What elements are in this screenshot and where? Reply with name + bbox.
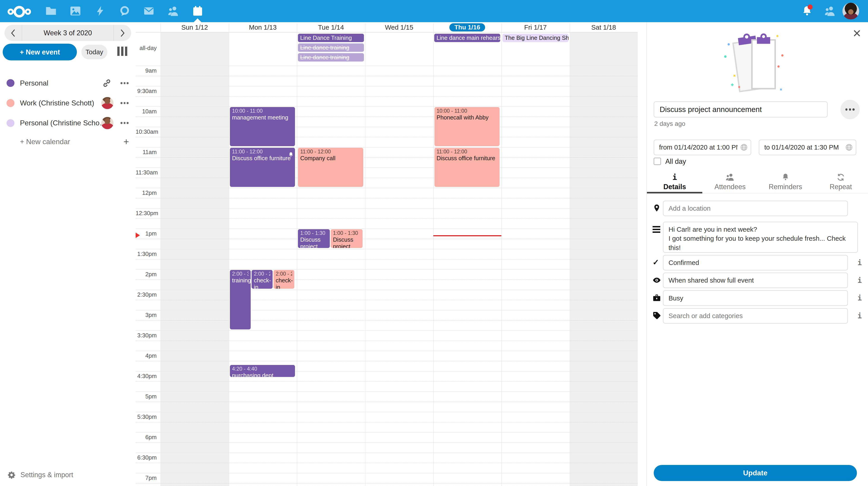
day-header[interactable]: Sun 1/12 [160, 23, 229, 32]
info-icon[interactable]: i [857, 277, 862, 284]
info-icon[interactable]: i [857, 312, 862, 320]
time-axis-label: 9am [135, 67, 157, 74]
calendar-list: PersonalWork (Christine Schott)Personal … [0, 73, 135, 133]
nextcloud-logo-icon[interactable] [6, 3, 32, 19]
share-link-icon[interactable] [102, 79, 111, 88]
calendar-list-item[interactable]: Personal [0, 73, 135, 93]
calendar-event[interactable]: 11:00 - 12:00Discuss office furniture [229, 147, 296, 187]
calendar-menu-icon[interactable] [119, 119, 130, 127]
calendar-event[interactable]: 10:00 - 11:00Phonecall with Abby [434, 107, 500, 146]
time-axis-label: 2pm [135, 271, 157, 278]
time-axis-label: 2:30pm [135, 291, 157, 298]
talk-app-icon[interactable] [119, 5, 130, 17]
all-day-event[interactable]: Line dance training [298, 53, 364, 61]
info-icon[interactable]: i [857, 259, 862, 266]
calendar-event[interactable]: 4:20 - 4:40purchasing dept [229, 365, 296, 377]
column-separator [365, 23, 366, 486]
calendar-event[interactable]: 1:00 - 1:30Discuss project [330, 229, 363, 248]
time-axis-label: 11:30am [135, 169, 157, 176]
hour-gridline [135, 392, 638, 392]
calendar-event[interactable]: 10:00 - 11:00management meeting [229, 107, 296, 146]
all-day-event[interactable]: Line Dance Training [298, 34, 364, 42]
day-header[interactable]: Thu 1/16 [433, 23, 502, 32]
calendar-list-item[interactable]: Personal (Christine Scho…) [0, 113, 135, 133]
week-navigation: Week 3 of 2020 [4, 25, 131, 41]
update-button[interactable]: Update [654, 465, 857, 481]
new-calendar-button[interactable]: + New calendar + [0, 133, 135, 151]
availability-select[interactable]: Busy [663, 290, 848, 306]
all-day-event[interactable]: Line dance main rehearsal [434, 34, 500, 42]
calendar-app-icon[interactable] [192, 5, 203, 17]
all-day-event[interactable]: The Big Line Dancing Show [502, 34, 568, 42]
contacts-menu-icon[interactable] [825, 5, 835, 17]
quarter-gridline [135, 422, 638, 422]
quarter-gridline [135, 463, 638, 463]
time-axis-label: 6:30pm [135, 454, 157, 461]
view-mode-icon[interactable] [117, 47, 127, 56]
today-button[interactable]: Today [81, 45, 107, 59]
visibility-select[interactable]: When shared show full event [663, 273, 848, 288]
time-axis-label: 3:30pm [135, 332, 157, 339]
quarter-gridline [135, 402, 638, 402]
day-header[interactable]: Fri 1/17 [501, 23, 569, 32]
location-input[interactable] [663, 201, 848, 216]
tag-icon [653, 311, 661, 320]
calendar-event[interactable]: 2:00 - 2:30check-in [273, 269, 295, 289]
day-header[interactable]: Mon 1/13 [229, 23, 297, 32]
event-title: training [232, 277, 249, 284]
day-header-label: Sat 1/18 [591, 24, 616, 31]
calendar-list-item[interactable]: Work (Christine Schott) [0, 93, 135, 113]
event-title: Discuss office furniture [232, 155, 293, 162]
week-label[interactable]: Week 3 of 2020 [22, 29, 114, 37]
day-header[interactable]: Sat 1/18 [569, 23, 638, 32]
day-header[interactable]: Tue 1/14 [297, 23, 365, 32]
event-actions-menu-button[interactable] [840, 100, 860, 119]
categories-input[interactable] [663, 308, 848, 324]
end-datetime-input[interactable] [759, 140, 856, 155]
settings-import-button[interactable]: Settings & import [0, 467, 135, 483]
calendar-event[interactable]: 11:00 - 12:00Company call [298, 147, 364, 187]
mail-app-icon[interactable] [143, 5, 154, 17]
description-textarea[interactable]: Hi Carl! are you in next week? I got som… [663, 222, 858, 253]
all-day-event[interactable]: Line dance training [298, 44, 364, 52]
calendar-menu-icon[interactable] [119, 98, 130, 108]
location-pin-icon [653, 204, 661, 212]
time-axis-label: 6pm [135, 434, 157, 440]
quarter-gridline [135, 116, 638, 117]
day-header-label: Tue 1/14 [318, 24, 344, 31]
all-day-checkbox[interactable] [654, 158, 661, 165]
time-axis-label: 5pm [135, 393, 157, 400]
event-title: Discuss project announcement [300, 236, 328, 248]
tab-reminders[interactable]: Reminders [758, 171, 813, 193]
start-datetime-input[interactable] [654, 140, 751, 155]
day-header[interactable]: Wed 1/15 [365, 23, 433, 32]
previous-week-button[interactable] [4, 25, 22, 41]
event-title-input[interactable] [654, 102, 828, 117]
calendar-event[interactable]: 1:00 - 1:30Discuss project announcement [298, 229, 330, 248]
calendar-menu-icon[interactable] [119, 79, 130, 88]
close-icon[interactable] [852, 28, 862, 38]
photos-app-icon[interactable] [70, 5, 81, 17]
info-icon[interactable]: i [857, 294, 862, 302]
tab-repeat[interactable]: Repeat [813, 171, 868, 193]
calendar-color-dot [6, 99, 14, 107]
quarter-gridline [135, 96, 638, 96]
next-week-button[interactable] [114, 25, 131, 41]
activity-app-icon[interactable] [95, 5, 106, 17]
files-app-icon[interactable] [45, 5, 57, 17]
hour-gridline [135, 453, 638, 453]
status-select[interactable]: Confirmed [663, 255, 848, 270]
hour-gridline [135, 269, 638, 270]
calendar-event[interactable]: 11:00 - 12:00Discuss office furniture [434, 147, 500, 187]
hour-gridline [135, 147, 638, 147]
tab-attendees[interactable]: Attendees [702, 171, 758, 193]
hour-gridline [135, 473, 638, 473]
calendar-event[interactable]: 2:00 - 2:30check-in [251, 269, 273, 289]
calendar-event[interactable]: 2:00 - 3:30training [229, 269, 251, 330]
contacts-app-icon[interactable] [168, 5, 179, 17]
notifications-bell-icon[interactable] [802, 5, 813, 17]
event-time: 1:00 - 1:30 [333, 230, 360, 236]
tab-details[interactable]: i Details [647, 171, 702, 193]
user-avatar[interactable] [842, 3, 859, 19]
new-event-button[interactable]: + New event [3, 44, 77, 60]
